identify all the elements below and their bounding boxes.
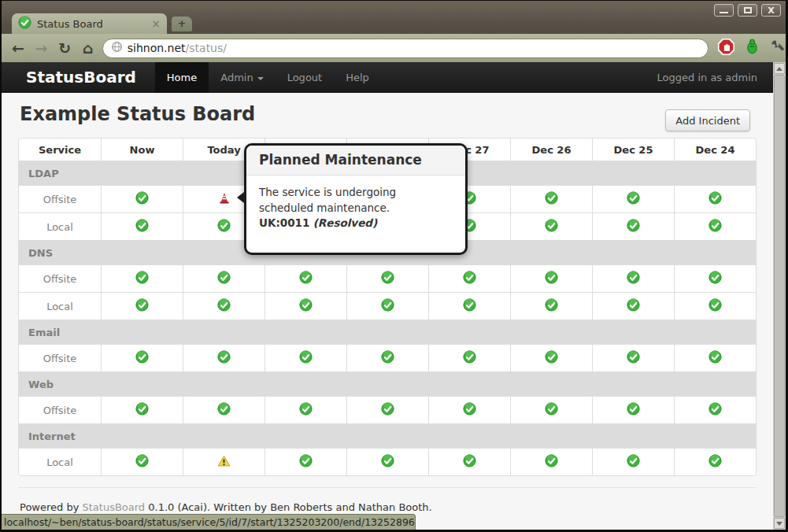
nav-item-label: Admin xyxy=(220,72,253,83)
url-text[interactable]: sihnon.net/status/ xyxy=(128,42,227,54)
ok-icon[interactable] xyxy=(135,402,149,418)
forward-icon[interactable]: → xyxy=(30,39,54,57)
browser-tab[interactable]: Status Board × xyxy=(12,13,167,34)
status-cell xyxy=(674,396,756,423)
ok-icon[interactable] xyxy=(299,350,313,366)
service-row: Offsite xyxy=(19,264,756,292)
ok-icon[interactable] xyxy=(545,191,558,207)
status-cell xyxy=(101,344,183,371)
status-cell xyxy=(592,264,674,292)
ok-icon[interactable] xyxy=(135,191,149,207)
ok-icon[interactable] xyxy=(708,298,722,314)
ok-icon[interactable] xyxy=(217,219,231,235)
status-cell xyxy=(101,185,183,212)
status-cell xyxy=(346,292,428,320)
ok-icon[interactable] xyxy=(299,298,313,314)
service-row: Offsite xyxy=(19,344,756,371)
ok-icon[interactable] xyxy=(135,350,149,366)
tab-close-icon[interactable]: × xyxy=(151,17,161,30)
ok-icon[interactable] xyxy=(627,402,640,418)
ok-icon[interactable] xyxy=(708,402,722,418)
close-icon: X xyxy=(768,6,774,15)
ok-icon[interactable] xyxy=(545,298,558,314)
ok-icon[interactable] xyxy=(627,271,640,286)
adblock-extension-icon[interactable] xyxy=(718,39,734,58)
status-cell xyxy=(592,212,674,240)
scroll-down-button[interactable] xyxy=(774,518,785,529)
ok-icon[interactable] xyxy=(627,454,640,470)
ok-icon[interactable] xyxy=(381,350,394,366)
footer-text: Powered by StatusBoard 0.1.0 (Acai). Wri… xyxy=(20,501,432,513)
ok-icon[interactable] xyxy=(135,298,149,314)
ok-icon[interactable] xyxy=(299,271,313,286)
ok-icon[interactable] xyxy=(135,454,149,470)
wrench-menu-icon[interactable] xyxy=(770,39,786,57)
site-brand[interactable]: StatusBoard xyxy=(2,62,155,93)
nav-item-admin[interactable]: Admin xyxy=(209,62,275,93)
statusboard-link[interactable]: StatusBoard xyxy=(82,501,145,513)
status-cell xyxy=(428,344,510,371)
nav-item-label: Home xyxy=(167,72,197,83)
nav-item-logout[interactable]: Logout xyxy=(276,62,335,93)
ok-icon[interactable] xyxy=(627,219,640,235)
browser-toolbar: ← → ↻ ⌂ sihnon.net/status/ xyxy=(2,34,786,62)
new-tab-button[interactable]: + xyxy=(172,17,192,31)
ok-icon[interactable] xyxy=(381,454,394,470)
ok-icon[interactable] xyxy=(463,350,476,366)
status-cell xyxy=(510,396,592,423)
window-titlebar[interactable]: X Status Board × + xyxy=(2,1,786,34)
ok-icon[interactable] xyxy=(545,219,558,235)
status-cell xyxy=(592,292,674,320)
ok-icon[interactable] xyxy=(545,454,558,470)
ok-icon[interactable] xyxy=(463,454,476,470)
maximize-button[interactable] xyxy=(738,4,757,17)
ok-icon[interactable] xyxy=(708,350,722,366)
ok-icon[interactable] xyxy=(463,402,476,418)
close-button[interactable]: X xyxy=(761,4,781,17)
ok-icon[interactable] xyxy=(217,402,231,418)
ok-icon[interactable] xyxy=(381,271,394,286)
status-cell xyxy=(510,448,592,475)
toolbar-extensions xyxy=(718,39,786,58)
scroll-up-button[interactable] xyxy=(774,63,785,74)
nav-item-home[interactable]: Home xyxy=(155,62,209,93)
extension-icon-green[interactable] xyxy=(745,39,760,57)
ok-icon[interactable] xyxy=(545,350,558,366)
maintenance-cone-icon[interactable] xyxy=(218,192,231,207)
vertical-scrollbar[interactable] xyxy=(773,62,786,530)
reload-icon[interactable]: ↻ xyxy=(53,39,76,57)
ok-icon[interactable] xyxy=(217,298,231,314)
ok-icon[interactable] xyxy=(381,298,394,314)
status-cell xyxy=(183,344,265,371)
ok-icon[interactable] xyxy=(627,191,640,207)
home-icon[interactable]: ⌂ xyxy=(76,39,100,57)
ok-icon[interactable] xyxy=(463,298,476,314)
minimize-button[interactable] xyxy=(714,4,734,17)
ok-icon[interactable] xyxy=(299,402,313,418)
scrollbar-thumb[interactable] xyxy=(774,75,785,517)
ok-icon[interactable] xyxy=(545,271,558,286)
back-icon[interactable]: ← xyxy=(6,39,30,57)
ok-icon[interactable] xyxy=(135,219,149,235)
address-bar[interactable]: sihnon.net/status/ xyxy=(102,39,708,58)
ok-icon[interactable] xyxy=(708,454,722,470)
ok-icon[interactable] xyxy=(217,271,231,286)
add-incident-button[interactable]: Add Incident xyxy=(665,109,750,131)
warning-icon[interactable] xyxy=(217,455,231,470)
ok-icon[interactable] xyxy=(381,402,394,418)
nav-item-help[interactable]: Help xyxy=(334,62,381,93)
ok-icon[interactable] xyxy=(708,271,722,286)
ok-icon[interactable] xyxy=(627,350,640,366)
ok-icon[interactable] xyxy=(545,402,558,418)
browser-window: { "window": { "tab_title": "Status Board… xyxy=(0,0,788,532)
ok-icon[interactable] xyxy=(135,271,149,286)
status-cell xyxy=(265,292,346,320)
ok-icon[interactable] xyxy=(708,219,722,235)
ok-icon[interactable] xyxy=(627,298,640,314)
service-row: Offsite xyxy=(19,396,756,423)
site-navbar: StatusBoard HomeAdminLogoutHelp Logged i… xyxy=(2,62,773,93)
ok-icon[interactable] xyxy=(299,454,313,470)
ok-icon[interactable] xyxy=(463,271,476,286)
ok-icon[interactable] xyxy=(708,191,722,207)
ok-icon[interactable] xyxy=(217,350,231,366)
